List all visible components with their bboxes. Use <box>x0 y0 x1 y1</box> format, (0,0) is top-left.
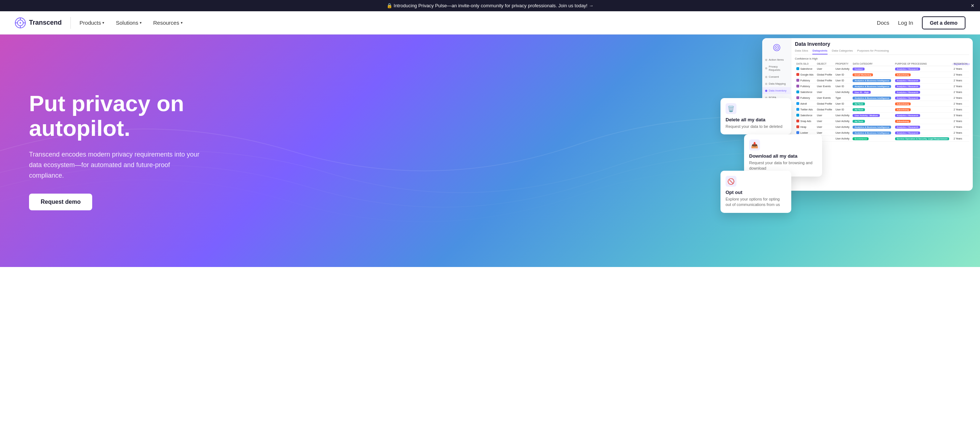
hero-section: Put privacy on autopilot. Transcend enco… <box>0 35 980 267</box>
nav-resources[interactable]: Resources ▾ <box>153 20 183 26</box>
nav-solutions[interactable]: Solutions ▾ <box>116 20 142 26</box>
hero-subtitle: Transcend encodes modern privacy require… <box>29 149 203 180</box>
hero-title: Put privacy on autopilot. <box>29 91 225 140</box>
hero-content: Put privacy on autopilot. Transcend enco… <box>0 69 254 233</box>
nav-links: Products ▾ Solutions ▾ Resources ▾ <box>80 20 877 26</box>
products-chevron-icon: ▾ <box>102 21 104 25</box>
nav-divider <box>70 17 71 29</box>
main-nav: Transcend Products ▾ Solutions ▾ Resourc… <box>0 11 980 35</box>
banner-text: 🔒 Introducing Privacy Pulse—an invite-on… <box>387 3 593 8</box>
login-link[interactable]: Log In <box>898 20 913 26</box>
logo[interactable]: Transcend <box>14 17 62 29</box>
get-demo-button[interactable]: Get a demo <box>922 16 966 29</box>
svg-point-2 <box>20 22 21 24</box>
solutions-chevron-icon: ▾ <box>140 21 142 25</box>
logo-icon <box>14 17 26 29</box>
request-demo-button[interactable]: Request demo <box>29 194 92 211</box>
nav-right: Docs Log In Get a demo <box>877 16 966 29</box>
banner-close-button[interactable]: × <box>971 3 974 9</box>
logo-text: Transcend <box>29 19 62 27</box>
docs-link[interactable]: Docs <box>877 20 889 26</box>
nav-products[interactable]: Products ▾ <box>80 20 104 26</box>
announcement-banner: 🔒 Introducing Privacy Pulse—an invite-on… <box>0 0 980 11</box>
resources-chevron-icon: ▾ <box>181 21 183 25</box>
